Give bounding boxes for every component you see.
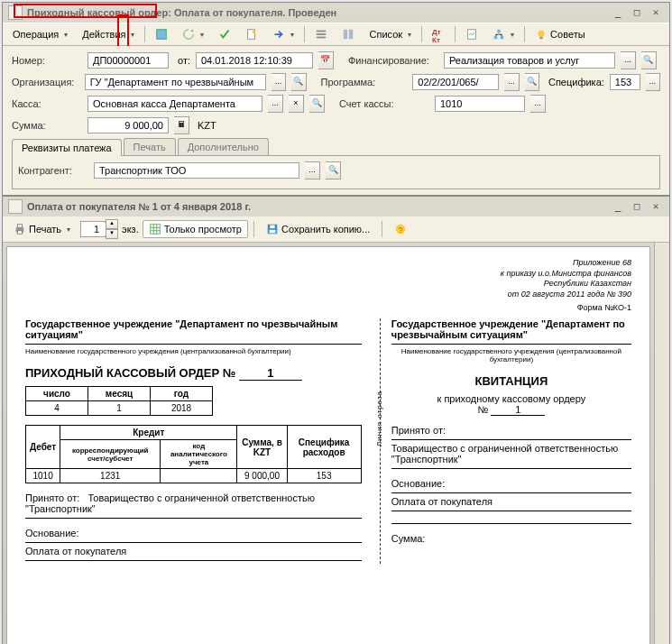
window-icon	[8, 5, 23, 20]
actions-menu[interactable]: Действия	[76, 26, 141, 42]
cut-line-label: Линия отреза	[375, 391, 383, 446]
post-icon[interactable]	[149, 25, 174, 43]
document: Приложение 68 к приказу и.о.Министра фин…	[7, 247, 649, 575]
kassa-select-button[interactable]: ...	[268, 95, 283, 113]
kontr-select-button[interactable]: ...	[305, 161, 320, 179]
svg-rect-13	[539, 37, 543, 40]
prog-field[interactable]	[412, 74, 499, 90]
main-toolbar: Операция Действия Список ДтКт Советы	[3, 23, 669, 46]
sum-label: Сумма:	[12, 120, 82, 131]
received-from-row: Принято от: Товарищество с ограниченной …	[25, 492, 362, 514]
refresh-icon[interactable]	[176, 25, 210, 43]
svg-rect-0	[157, 30, 167, 40]
org-select-button[interactable]: ...	[272, 73, 286, 91]
kontr-label: Контрагент:	[18, 165, 88, 176]
tab-requisites[interactable]: Реквизиты платежа	[12, 139, 122, 156]
minimize-button[interactable]: _	[610, 6, 626, 19]
kassa-clear-button[interactable]: ×	[289, 95, 304, 113]
spec-field[interactable]	[610, 74, 640, 90]
list1-icon[interactable]	[308, 25, 334, 43]
preview-toolbar: Печать ▲▼ экз. Только просмотр Сохранить…	[3, 216, 669, 243]
prog-label: Программа:	[321, 77, 408, 87]
operation-menu[interactable]: Операция	[6, 26, 74, 42]
fin-label: Финансирование:	[348, 55, 438, 66]
fin-select-button[interactable]: ...	[621, 51, 636, 69]
preview-minimize-button[interactable]: _	[610, 200, 626, 213]
currency-label: KZT	[198, 120, 216, 131]
number-field[interactable]	[87, 52, 169, 69]
receipt-org-note: Наименование государственного учреждения…	[391, 347, 631, 363]
prog-search-icon[interactable]: 🔍	[525, 73, 539, 91]
list-menu[interactable]: Список	[363, 26, 418, 42]
close-button[interactable]: ✕	[648, 6, 664, 19]
org-note: Наименование государственного учреждения…	[25, 347, 362, 355]
order-section: Государственное учреждение "Департамент …	[25, 318, 362, 564]
kassa-label: Касса:	[12, 98, 82, 109]
svg-rect-17	[150, 225, 160, 235]
spec-select-button[interactable]: ...	[646, 73, 660, 91]
svg-rect-10	[494, 36, 498, 40]
receipt-received-label: Принято от:	[391, 425, 631, 436]
print-button[interactable]: Печать	[7, 220, 77, 238]
date-table: числомесяцгод 412018	[25, 386, 213, 416]
receipt-org-name: Государственное учреждение "Департамент …	[391, 318, 631, 340]
calculator-icon[interactable]: 🖩	[174, 116, 189, 134]
org-label: Организация:	[12, 77, 79, 87]
receipt-sum-label: Сумма:	[391, 533, 631, 544]
copies-label: экз.	[122, 224, 139, 235]
copies-spinner[interactable]: ▲▼	[80, 219, 118, 239]
receipt-sub: к приходному кассовому ордеру	[391, 393, 631, 404]
org-search-icon[interactable]: 🔍	[291, 73, 306, 91]
date-label: от:	[178, 55, 190, 66]
preview-maximize-button[interactable]: □	[629, 200, 645, 213]
doc-icon[interactable]	[239, 25, 264, 43]
help-icon[interactable]: ?	[388, 220, 413, 238]
svg-point-12	[539, 31, 545, 37]
svg-text:?: ?	[399, 225, 403, 235]
fin-field[interactable]	[444, 52, 615, 69]
list2-icon[interactable]	[336, 25, 361, 43]
org-name: Государственное учреждение "Департамент …	[25, 318, 362, 340]
svg-rect-19	[270, 225, 274, 229]
check-icon[interactable]	[212, 25, 237, 43]
svg-rect-6	[344, 30, 347, 40]
structure-icon[interactable]	[486, 25, 520, 43]
tips-button[interactable]: Советы	[529, 25, 591, 43]
maximize-button[interactable]: □	[629, 6, 645, 19]
copies-up[interactable]: ▲	[106, 219, 118, 229]
calendar-icon[interactable]: 📅	[318, 51, 334, 69]
account-field[interactable]	[435, 96, 525, 112]
fin-search-icon[interactable]: 🔍	[641, 51, 657, 69]
report-icon[interactable]	[459, 25, 484, 43]
preview-title: Оплата от покупателя № 1 от 4 января 201…	[27, 201, 251, 212]
tab-print[interactable]: Печать	[124, 138, 176, 155]
date-field[interactable]	[196, 52, 313, 69]
titlebar: Приходный кассовый ордер: Оплата от поку…	[3, 3, 669, 23]
tab-additional[interactable]: Дополнительно	[178, 138, 269, 155]
org-field[interactable]	[85, 74, 266, 90]
kassa-search-icon[interactable]: 🔍	[309, 95, 325, 113]
save-copy-button[interactable]: Сохранить копию...	[260, 220, 376, 238]
preview-titlebar: Оплата от покупателя № 1 от 4 января 201…	[3, 197, 669, 216]
save-icon	[266, 223, 279, 235]
svg-rect-4	[317, 33, 327, 35]
receipt-basis: Оплата от покупателя	[391, 496, 631, 507]
svg-rect-3	[317, 31, 327, 32]
view-only-button[interactable]: Только просмотр	[143, 220, 248, 238]
account-select-button[interactable]: ...	[530, 95, 546, 113]
order-title: ПРИХОДНЫЙ КАССОВЫЙ ОРДЕР № 1	[25, 366, 362, 381]
receipt-title: КВИТАНЦИЯ	[391, 374, 631, 388]
sum-field[interactable]	[87, 117, 169, 133]
copies-down[interactable]: ▼	[106, 229, 118, 239]
main-window: Приходный кассовый ордер: Оплата от поку…	[2, 2, 670, 196]
kontr-field[interactable]	[94, 162, 299, 179]
prog-select-button[interactable]: ...	[504, 73, 519, 91]
goto-icon[interactable]	[266, 25, 300, 43]
spec-label: Специфика:	[548, 77, 604, 87]
document-area[interactable]: Приложение 68 к приказу и.о.Министра фин…	[6, 246, 650, 644]
kassa-field[interactable]	[87, 96, 262, 112]
preview-close-button[interactable]: ✕	[648, 200, 664, 213]
vertical-scrollbar[interactable]	[654, 243, 669, 644]
dt-kt-icon[interactable]: ДтКт	[426, 25, 451, 43]
kontr-search-icon[interactable]: 🔍	[326, 161, 341, 179]
